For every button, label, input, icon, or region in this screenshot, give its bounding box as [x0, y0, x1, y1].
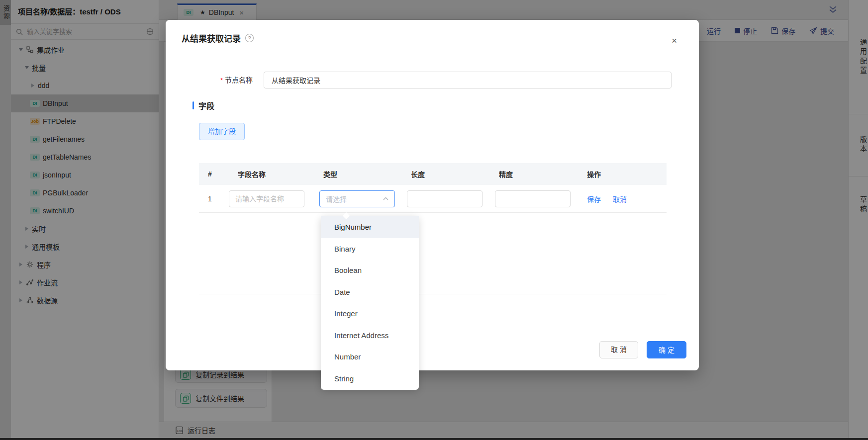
fields-table: # 字段名称 类型 长度 精度 操作 1 请选择	[199, 163, 667, 213]
dropdown-option-bignumber[interactable]: BigNumber	[321, 216, 419, 238]
section-bar-icon	[193, 101, 194, 109]
dropdown-option-date[interactable]: Date	[321, 281, 419, 303]
row-index: 1	[199, 195, 229, 203]
dropdown-option-binary[interactable]: Binary	[321, 238, 419, 260]
dropdown-option-internet-address[interactable]: Internet Address	[321, 325, 419, 347]
dropdown-option-integer[interactable]: Integer	[321, 303, 419, 325]
chevron-up-icon	[383, 197, 388, 200]
type-select[interactable]: 请选择	[319, 190, 395, 207]
fields-section-header: 字段	[193, 99, 214, 111]
app-window: 资源 项目名称/数据层：testfr / ODS	[0, 0, 868, 440]
dialog-cancel-button[interactable]: 取 消	[599, 341, 638, 358]
add-field-button[interactable]: 增加字段	[199, 123, 245, 140]
dropdown-option-string[interactable]: String	[321, 368, 419, 390]
dropdown-option-number[interactable]: Number	[321, 346, 419, 368]
required-mark: *	[220, 77, 223, 84]
node-name-input[interactable]	[264, 72, 672, 88]
table-row: 1 请选择 保存 取消	[199, 185, 667, 213]
field-name-input[interactable]	[229, 190, 304, 207]
content-divider	[199, 294, 667, 294]
table-header-row: # 字段名称 类型 长度 精度 操作	[199, 163, 667, 185]
row-save-link[interactable]: 保存	[587, 194, 601, 204]
type-dropdown: BigNumber Binary Boolean Date Integer In…	[321, 216, 419, 390]
row-cancel-link[interactable]: 取消	[613, 194, 627, 204]
dropdown-option-boolean[interactable]: Boolean	[321, 260, 419, 281]
dialog-title: 从结果获取记录 ?	[182, 32, 254, 44]
precision-input[interactable]	[495, 190, 571, 207]
length-input[interactable]	[407, 190, 482, 207]
dialog-ok-button[interactable]: 确 定	[647, 341, 686, 358]
node-config-dialog: 从结果获取记录 ? × *节点名称 字段 增加字段 # 字段名称 类型 长度 精…	[166, 20, 699, 370]
help-icon[interactable]: ?	[245, 34, 254, 42]
dialog-close-icon[interactable]: ×	[672, 36, 677, 45]
node-name-label: *节点名称	[166, 72, 253, 89]
